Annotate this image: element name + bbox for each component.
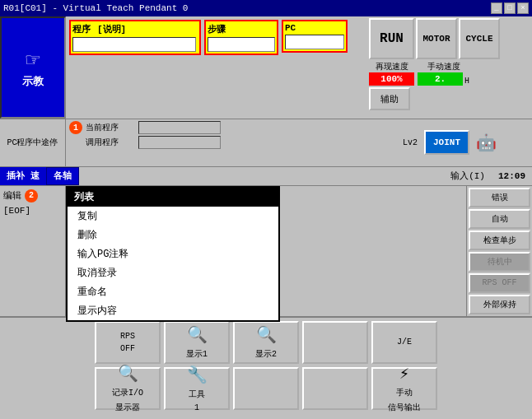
- display2-tool-btn[interactable]: 🔍 显示2: [233, 321, 299, 364]
- dropdown-item-rename[interactable]: 重命名: [68, 282, 278, 301]
- manual-speed-group: 手动速度 2. H: [418, 61, 469, 86]
- display2-label: 显示2: [255, 348, 277, 360]
- circle-1: 1: [69, 121, 82, 134]
- rps-off-label2: OFF: [120, 344, 135, 353]
- teach-panel: ☞ 示教: [0, 16, 66, 119]
- record-io-label: 记录I/O: [112, 387, 143, 398]
- tab-time: 12:09: [492, 167, 532, 185]
- toolbar-buttons-bottom: 🔍 记录I/O 显示器 🔧 工具 1 ⚡ 手动 信号输出: [3, 367, 529, 410]
- hold-button[interactable]: 待机中: [469, 252, 530, 272]
- program-input[interactable]: [72, 37, 196, 52]
- check-step-button[interactable]: 检查单步: [469, 230, 530, 250]
- middle-content: 1 当前程序 调用程序: [66, 119, 367, 166]
- empty-btn-3: [302, 367, 368, 410]
- replay-speed-label: 再现速度: [376, 61, 408, 72]
- tool1-tool-btn[interactable]: 🔧 工具 1: [164, 367, 230, 410]
- tab-io[interactable]: 输入(I): [444, 167, 492, 185]
- pc-input[interactable]: [285, 35, 344, 49]
- left-status: PC程序中途停: [0, 119, 66, 166]
- tool1-icon: 🔧: [187, 365, 208, 385]
- manual-out-icon: ⚡: [399, 363, 409, 384]
- aux-button[interactable]: 辅助: [369, 87, 410, 110]
- top-panel: ☞ 示教 程序 [说明] 步骤: [0, 16, 532, 119]
- pc-stop-label: PC程序中途停: [7, 137, 58, 148]
- dropdown-menu: 列表 复制 删除 输入PG注释 取消登录 重命名 显示内容: [66, 186, 280, 322]
- middle-right: Lv2 JOINT 🤖: [367, 119, 532, 166]
- main-container: ☞ 示教 程序 [说明] 步骤: [0, 16, 532, 419]
- close-button[interactable]: ×: [517, 2, 529, 14]
- right-controls: RUN MOTOR CYCLE 再现速度 100% 手动速度 2. H: [367, 16, 532, 119]
- called-prog-row: 调用程序: [69, 136, 364, 149]
- called-prog-label: 调用程序: [86, 137, 135, 148]
- empty-btn-1: [302, 321, 368, 364]
- rps-off-tool-btn[interactable]: RPS OFF: [95, 321, 161, 364]
- eof-label: [EOF]: [2, 204, 63, 217]
- program-label: 程序: [72, 23, 91, 35]
- called-prog-input[interactable]: [138, 136, 221, 149]
- prog-row: 程序 [说明] 步骤 PC: [69, 20, 364, 55]
- maximize-button[interactable]: □: [504, 2, 516, 14]
- top-buttons: RUN MOTOR CYCLE: [369, 18, 530, 59]
- dropdown-item-delete[interactable]: 删除: [68, 226, 278, 244]
- edit-label: 编辑: [3, 189, 21, 202]
- motor-button[interactable]: MOTOR: [416, 18, 457, 59]
- lv2-label: Lv2: [403, 138, 418, 147]
- step-label: 步骤: [208, 23, 275, 35]
- record-io-icon: 🔍: [118, 363, 138, 384]
- ext-hold-button[interactable]: 外部保持: [469, 295, 530, 314]
- program-desc: [说明]: [97, 23, 126, 35]
- window-controls: _ □ ×: [491, 2, 529, 14]
- tool1-label: 工具: [189, 389, 205, 400]
- edit-row: 编辑 2: [2, 188, 63, 204]
- tool1-label2: 1: [194, 403, 199, 412]
- manual-out-label2: 信号输出: [388, 402, 421, 413]
- middle-panel: PC程序中途停 1 当前程序 调用程序 Lv2 JOINT 🤖: [0, 119, 532, 167]
- pc-box: PC: [282, 20, 348, 53]
- error-button[interactable]: 错误: [469, 188, 530, 207]
- hand-icon: ☞: [26, 46, 40, 74]
- current-prog-input[interactable]: [138, 121, 221, 134]
- pc-label: PC: [285, 23, 344, 33]
- robot-icon: 🤖: [476, 133, 497, 153]
- window-title: R01[C01] - Virtual Teach Pendant 0: [3, 3, 188, 13]
- dropdown-item-show-content[interactable]: 显示内容: [68, 301, 278, 320]
- program-box: 程序 [说明]: [69, 20, 201, 55]
- teach-label: 示教: [22, 74, 44, 89]
- current-prog-row: 1 当前程序: [69, 121, 364, 134]
- dropdown-item-input-pg[interactable]: 输入PG注释: [68, 244, 278, 263]
- manual-out-label: 手动: [396, 387, 413, 398]
- toolbar-buttons-top: RPS OFF 🔍 显示1 🔍 显示2 J/E: [3, 321, 529, 364]
- auto-label: 自动: [469, 209, 530, 229]
- right-sidebar: 错误 自动 检查单步 待机中 RPS OFF 外部保持: [466, 186, 532, 316]
- replay-speed-group: 再现速度 100%: [369, 61, 414, 86]
- tab-empty: [79, 167, 445, 185]
- h-label: H: [464, 77, 469, 86]
- dropdown-header: 列表: [68, 188, 278, 207]
- dropdown-item-copy[interactable]: 复制: [68, 207, 278, 226]
- title-bar: R01[C01] - Virtual Teach Pendant 0 _ □ ×: [0, 0, 532, 16]
- je-label: J/E: [397, 338, 412, 347]
- cycle-button[interactable]: CYCLE: [459, 18, 500, 59]
- tab-insert[interactable]: 插补 速: [0, 167, 46, 185]
- tab-each-axis[interactable]: 各轴: [46, 167, 79, 185]
- step-input[interactable]: [208, 37, 275, 52]
- run-button[interactable]: RUN: [369, 18, 414, 59]
- io-label: [86, 170, 222, 182]
- rps-off-label: RPS: [120, 332, 135, 341]
- bottom-toolbar: RPS OFF 🔍 显示1 🔍 显示2 J/E: [0, 316, 532, 419]
- step-box: 步骤: [204, 20, 278, 55]
- minimize-button[interactable]: _: [491, 2, 502, 14]
- joint-button[interactable]: JOINT: [424, 130, 469, 155]
- rps-off-button[interactable]: RPS OFF: [469, 273, 530, 293]
- replay-speed-bar: 100%: [369, 72, 414, 86]
- aux-area: 辅助: [369, 87, 530, 110]
- speed-area: 再现速度 100% 手动速度 2. H: [369, 61, 530, 86]
- dropdown-item-cancel-register[interactable]: 取消登录: [68, 263, 278, 282]
- je-tool-btn[interactable]: J/E: [371, 321, 437, 364]
- record-io-tool-btn[interactable]: 🔍 记录I/O 显示器: [95, 367, 161, 410]
- toolbar-row: RPS OFF 🔍 显示1 🔍 显示2 J/E: [0, 318, 532, 419]
- manual-out-tool-btn[interactable]: ⚡ 手动 信号输出: [371, 367, 437, 410]
- manual-speed-label: 手动速度: [427, 61, 460, 72]
- empty-btn-2: [233, 367, 299, 410]
- display1-tool-btn[interactable]: 🔍 显示1: [164, 321, 230, 364]
